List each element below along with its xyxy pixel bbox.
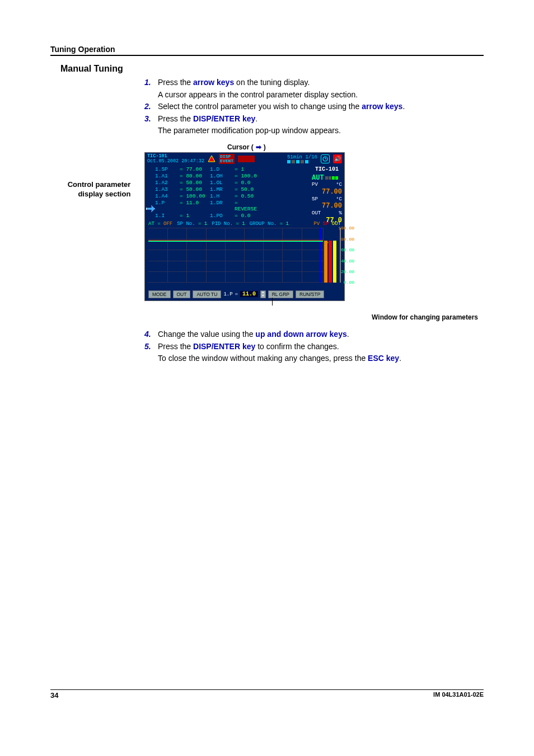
step-number: 5. xyxy=(144,341,158,353)
trend-graph: 100.00 80.00 60.00 40.00 20.00 0.00 ▶ xyxy=(148,228,341,283)
auto-tune-button[interactable]: AUTO TU xyxy=(193,290,221,298)
edit-value: 11.0 xyxy=(240,291,258,297)
clock-icon xyxy=(321,154,330,163)
indicator-boxes xyxy=(287,160,317,163)
rl-grp-button[interactable]: RL GRP xyxy=(268,290,293,298)
key-ref: arrow keys xyxy=(193,78,234,87)
step-text: Change the value using the up and down a… xyxy=(158,329,484,340)
figure-caption: Window for changing parameters xyxy=(144,313,484,321)
key-ref: up and down arrow keys xyxy=(255,330,346,339)
step-3-followup: The parameter modification pop-up window… xyxy=(158,125,484,137)
key-ref: arrow keys xyxy=(362,102,402,111)
stepper-icon[interactable]: ▲▼ xyxy=(260,290,266,298)
document-id: IM 04L31A01-02E xyxy=(433,691,484,699)
bar-indicator xyxy=(238,156,255,162)
step-1-followup: A cursor appears in the control paramete… xyxy=(158,90,484,101)
step-2: 2. Select the control parameter you wish… xyxy=(144,101,484,112)
step-text: Press the DISP/ENTER key to confirm the … xyxy=(158,341,484,353)
step-4: 4. Change the value using the up and dow… xyxy=(144,329,484,340)
step-1: 1. Press the arrow keys on the tuning di… xyxy=(144,77,484,88)
step-5-followup: To close the window without making any c… xyxy=(158,353,484,364)
step-number: 4. xyxy=(144,329,158,340)
subsection-title: Manual Tuning xyxy=(60,64,484,74)
alarm-icon xyxy=(208,155,216,163)
step-5: 5. Press the DISP/ENTER key to confirm t… xyxy=(144,341,484,353)
side-annotation: Control parameterdisplay section xyxy=(68,180,131,199)
key-ref: ESC key xyxy=(368,354,399,363)
right-arrow-icon: ➡ xyxy=(256,143,261,151)
cursor-label: Cursor (➡) xyxy=(227,143,484,151)
step-text: Press the DISP/ENTER key. xyxy=(158,114,484,125)
caption-pointer xyxy=(144,301,484,309)
section-header: Tuning Operation xyxy=(50,45,484,56)
screen-timestamp: Oct.05.2002 20:47:32 xyxy=(147,159,204,164)
step-number: 3. xyxy=(144,114,158,125)
value-edit-popup[interactable]: 1.P = 11.0 ▲▼ xyxy=(223,290,265,298)
step-text: Press the arrow keys on the tuning displ… xyxy=(158,77,484,88)
step-text: Select the control parameter you wish to… xyxy=(158,101,484,112)
steps-after-figure: 4. Change the value using the up and dow… xyxy=(144,329,484,364)
step-3: 3. Press the DISP/ENTER key. xyxy=(144,114,484,125)
key-ref: DISP/ENTER key xyxy=(193,342,255,351)
step-number: 2. xyxy=(144,101,158,112)
out-button[interactable]: OUT xyxy=(173,290,191,298)
right-panel: TIC-101 AUT PV°C 77.00 SP°C 77.00 OUT% 7… xyxy=(312,166,342,224)
mode-button[interactable]: MODE xyxy=(148,290,171,298)
disp-event-label: DISPEVENT xyxy=(219,154,235,164)
step-number: 1. xyxy=(144,77,158,88)
key-ref: DISP/ENTER key xyxy=(193,114,255,123)
run-stop-button[interactable]: RUN/STP xyxy=(296,290,324,298)
page-footer: 34 IM 04L31A01-02E xyxy=(50,689,484,699)
page-number: 34 xyxy=(50,691,58,699)
device-screen: TIC-101 Oct.05.2002 20:47:32 DISPEVENT xyxy=(144,152,345,301)
screen-footer: MODE OUT AUTO TU 1.P = 11.0 ▲▼ RL GRP RU… xyxy=(148,290,341,298)
sound-icon: 🔊 xyxy=(333,154,342,163)
time-div-label: 51min 1/16 xyxy=(287,154,317,160)
steps-before-figure: 1. Press the arrow keys on the tuning di… xyxy=(144,77,484,137)
